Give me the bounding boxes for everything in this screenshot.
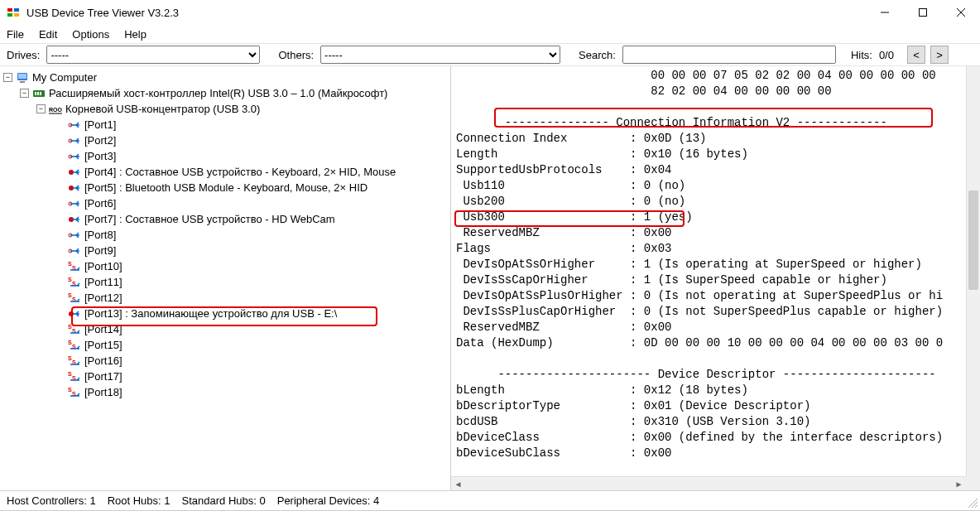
controller-icon (32, 87, 46, 100)
usb-port-icon: SS (68, 260, 81, 273)
usb-port-icon (68, 166, 81, 179)
status-host: Host Controllers: 1 (7, 494, 96, 507)
tree-port-row[interactable]: [Port4] : Составное USB устройство - Key… (2, 164, 449, 180)
usb-port-icon (68, 213, 81, 226)
svg-rect-10 (20, 81, 25, 83)
scrollbar-thumb[interactable] (968, 190, 978, 290)
svg-rect-12 (35, 92, 36, 95)
scroll-left-button[interactable]: ◄ (451, 477, 465, 491)
usb-port-icon (68, 134, 81, 147)
svg-rect-0 (7, 8, 12, 12)
expander-icon[interactable]: − (36, 104, 46, 113)
tree-port-row[interactable]: [Port7] : Составное USB устройство - HD … (2, 211, 449, 227)
usb-port-icon (68, 307, 81, 321)
usb-port-icon (68, 244, 81, 258)
menubar: File Edit Options Help (0, 25, 980, 43)
usb-port-icon (68, 181, 81, 195)
menu-help[interactable]: Help (124, 28, 147, 41)
root-hub-icon: ROOT (49, 103, 62, 116)
tree-port-label: [Port1] (84, 118, 116, 131)
tree-port-row[interactable]: SS[Port14] (2, 321, 449, 337)
tree-port-label: [Port5] : Bluetooth USB Module - Keyboar… (84, 181, 368, 194)
usb-port-icon: SS (68, 339, 81, 352)
tree-port-row[interactable]: [Port9] (2, 243, 449, 258)
scroll-right-button[interactable]: ► (952, 477, 966, 491)
status-stdhubs: Standard Hubs: 0 (182, 494, 266, 507)
tree-port-row[interactable]: [Port13] : Запоминающее устройство для U… (2, 306, 449, 321)
tree-hub-row[interactable]: − ROOT Корневой USB-концентратор (USB 3.… (2, 101, 449, 117)
usb-port-icon: SS (68, 323, 81, 336)
tree-root-label: My Computer (32, 71, 97, 84)
tree-port-label: [Port15] (84, 339, 122, 351)
tree-port-label: [Port13] : Запоминающее устройство для U… (84, 307, 337, 320)
tree-hub-label: Корневой USB-концентратор (USB 3.0) (65, 103, 260, 115)
usb-port-icon: SS (68, 354, 81, 368)
tree-port-label: [Port17] (84, 370, 122, 383)
expander-icon[interactable]: − (20, 89, 29, 98)
others-select[interactable]: ----- (320, 46, 560, 64)
tree-port-row[interactable]: [Port3] (2, 148, 449, 164)
tree-port-label: [Port2] (84, 134, 116, 147)
hits-value: 0/0 (879, 49, 894, 61)
tree-port-row[interactable]: [Port5] : Bluetooth USB Module - Keyboar… (2, 180, 449, 195)
svg-rect-13 (37, 92, 39, 95)
tree-controller-row[interactable]: − Расширяемый хост-контроллер Intel(R) U… (2, 85, 449, 101)
tree-port-label: [Port7] : Составное USB устройство - HD … (84, 213, 335, 225)
tree-port-row[interactable]: SS[Port10] (2, 258, 449, 274)
tree-port-row[interactable]: [Port6] (2, 195, 449, 211)
tree-port-row[interactable]: [Port8] (2, 227, 449, 243)
tree-port-label: [Port4] : Составное USB устройство - Key… (84, 166, 396, 178)
info-text[interactable]: 00 00 00 07 05 02 02 00 04 00 00 00 00 0… (451, 66, 966, 476)
drives-select[interactable]: ----- (46, 46, 260, 64)
tree-port-label: [Port18] (84, 386, 122, 398)
computer-icon (16, 71, 29, 84)
tree-port-label: [Port8] (84, 229, 116, 241)
tree-scroll[interactable]: − My Computer − Расширяемый хост-контрол… (0, 66, 450, 490)
expander-icon[interactable]: − (3, 73, 12, 82)
prev-hit-button[interactable]: < (907, 46, 925, 64)
svg-rect-2 (7, 13, 12, 17)
minimize-button[interactable] (866, 0, 904, 25)
resize-grip-icon[interactable] (967, 497, 978, 509)
svg-rect-1 (14, 8, 19, 12)
menu-file[interactable]: File (7, 28, 24, 41)
hits-label: Hits: (851, 49, 872, 61)
tree-port-row[interactable]: [Port1] (2, 117, 449, 133)
vertical-scrollbar[interactable] (966, 66, 980, 476)
search-input[interactable] (622, 46, 836, 64)
close-button[interactable] (942, 0, 980, 25)
info-panel: 00 00 00 07 05 02 02 00 04 00 00 00 00 0… (451, 66, 980, 490)
tree-root-row[interactable]: − My Computer (2, 70, 449, 85)
tree-port-row[interactable]: SS[Port12] (2, 290, 449, 306)
usb-port-icon (68, 118, 81, 132)
svg-rect-3 (14, 13, 19, 17)
titlebar: USB Device Tree Viewer V3.2.3 (0, 0, 980, 25)
usb-port-icon (68, 150, 81, 163)
tree-port-row[interactable]: SS[Port15] (2, 337, 449, 353)
menu-edit[interactable]: Edit (39, 28, 57, 41)
info-scroll: 00 00 00 07 05 02 02 00 04 00 00 00 00 0… (451, 66, 980, 490)
search-label: Search: (579, 49, 616, 61)
scroll-corner (966, 476, 980, 490)
tree-port-label: [Port9] (84, 244, 116, 257)
tree-port-row[interactable]: SS[Port16] (2, 353, 449, 369)
tree-port-row[interactable]: SS[Port11] (2, 274, 449, 290)
menu-options[interactable]: Options (72, 28, 109, 41)
maximize-button[interactable] (904, 0, 942, 25)
usb-port-icon: SS (68, 292, 81, 305)
svg-text:ROOT: ROOT (49, 107, 62, 113)
tree-port-label: [Port6] (84, 197, 116, 210)
tree-port-row[interactable]: SS[Port18] (2, 384, 449, 400)
svg-rect-5 (920, 9, 927, 17)
tree-port-label: [Port14] (84, 323, 122, 335)
svg-line-45 (975, 505, 978, 508)
tree-port-row[interactable]: SS[Port17] (2, 369, 449, 384)
tree-panel: − My Computer − Расширяемый хост-контрол… (0, 66, 451, 490)
usb-port-icon: SS (68, 276, 81, 289)
app-icon (7, 6, 20, 19)
tree-port-row[interactable]: [Port2] (2, 133, 449, 148)
horizontal-scrollbar[interactable]: ◄ ► (451, 476, 966, 490)
svg-rect-14 (40, 92, 41, 95)
tree-controller-label: Расширяемый хост-контроллер Intel(R) USB… (49, 87, 387, 99)
next-hit-button[interactable]: > (930, 46, 949, 64)
